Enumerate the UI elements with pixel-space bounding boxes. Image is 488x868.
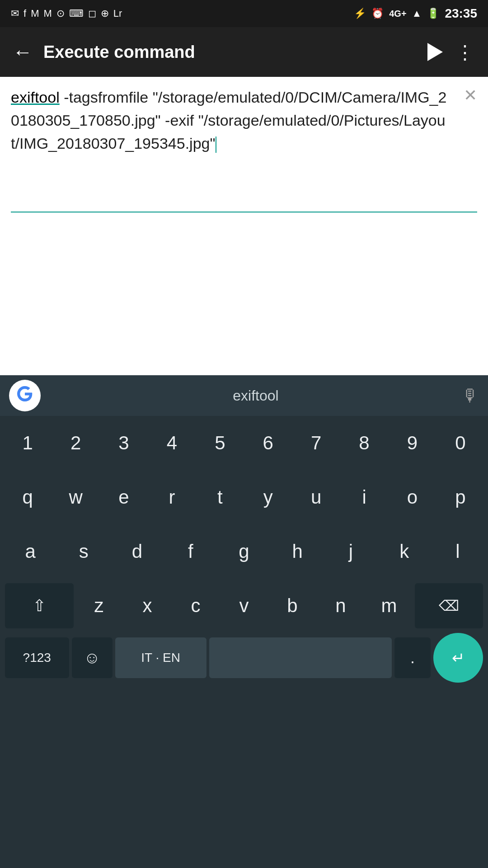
key-k[interactable]: k [379, 529, 430, 574]
key-r[interactable]: r [149, 475, 194, 520]
key-i[interactable]: i [342, 475, 387, 520]
command-area[interactable]: exiftool -tagsfromfile "/storage/emulate… [0, 77, 488, 330]
key-t[interactable]: t [197, 475, 243, 520]
command-input[interactable]: exiftool -tagsfromfile "/storage/emulate… [11, 86, 477, 212]
app-bar-actions: ⋮ [427, 41, 475, 63]
google-logo [9, 380, 41, 411]
key-g[interactable]: g [219, 529, 269, 574]
suggestion-bar: exiftool 🎙 [0, 375, 488, 416]
key-n[interactable]: n [318, 583, 364, 628]
key-v[interactable]: v [221, 583, 267, 628]
key-4[interactable]: 4 [149, 420, 194, 466]
key-j[interactable]: j [325, 529, 376, 574]
asdf-row: a s d f g h j k l [0, 524, 488, 579]
key-1[interactable]: 1 [5, 420, 50, 466]
app-bar: ← Execute command ⋮ [0, 27, 488, 77]
time-display: 23:35 [445, 6, 477, 21]
status-right: ⚡ ⏰ 4G+ ▲ 🔋 23:35 [354, 6, 477, 21]
key-8[interactable]: 8 [342, 420, 387, 466]
key-e[interactable]: e [101, 475, 146, 520]
maps2-icon: ⊕ [101, 8, 109, 19]
back-button[interactable]: ← [13, 41, 33, 63]
email-icon: ✉ [11, 8, 19, 19]
clock-icon: ⏰ [371, 8, 384, 19]
qwerty-row: q w e r t y u i o p [0, 470, 488, 524]
command-body: -tagsfromfile "/storage/emulated/0/DCIM/… [11, 89, 446, 152]
key-y[interactable]: y [245, 475, 291, 520]
key-a[interactable]: a [5, 529, 56, 574]
key-u[interactable]: u [293, 475, 338, 520]
key-m[interactable]: m [366, 583, 412, 628]
key-2[interactable]: 2 [53, 420, 98, 466]
key-f[interactable]: f [165, 529, 216, 574]
app-bar-title: Execute command [43, 42, 427, 62]
space-button[interactable] [209, 637, 392, 678]
maps-icon: ⊙ [56, 8, 65, 19]
key-l[interactable]: l [432, 529, 483, 574]
key-o[interactable]: o [389, 475, 435, 520]
key-d[interactable]: d [112, 529, 162, 574]
key-x[interactable]: x [125, 583, 170, 628]
google-g-icon [16, 385, 34, 407]
number-row: 1 2 3 4 5 6 7 8 9 0 [0, 416, 488, 470]
key-s[interactable]: s [58, 529, 109, 574]
signal-icon: 4G+ [389, 9, 406, 19]
command-text: exiftool -tagsfromfile "/storage/emulate… [11, 86, 450, 155]
language-button[interactable]: IT · EN [115, 637, 206, 678]
clear-button[interactable]: ✕ [464, 86, 477, 105]
zxcv-row: ⇧ z x c v b n m ⌫ [0, 579, 488, 633]
emoji-button[interactable]: ☺ [72, 637, 113, 678]
gmail-icon: M [31, 8, 39, 19]
text-cursor [216, 137, 216, 153]
symbols-button[interactable]: ?123 [5, 637, 69, 678]
mic-icon[interactable]: 🎙 [462, 386, 479, 406]
lightroom-icon: Lr [113, 8, 122, 19]
gmail2-icon: M [43, 8, 52, 19]
key-9[interactable]: 9 [389, 420, 435, 466]
keyboard-icon: ⌨ [69, 8, 84, 19]
bottom-row: ?123 ☺ IT · EN . ↵ [0, 633, 488, 683]
facebook-icon: f [23, 8, 26, 19]
shift-icon: ⇧ [33, 596, 46, 615]
enter-icon: ↵ [452, 649, 465, 667]
key-5[interactable]: 5 [197, 420, 243, 466]
key-c[interactable]: c [173, 583, 219, 628]
status-icons: ✉ f M M ⊙ ⌨ ◻ ⊕ Lr [11, 8, 122, 19]
key-p[interactable]: p [438, 475, 483, 520]
key-z[interactable]: z [76, 583, 122, 628]
key-0[interactable]: 0 [438, 420, 483, 466]
play-button[interactable] [427, 43, 443, 61]
instagram-icon: ◻ [88, 8, 96, 19]
command-keyword: exiftool [11, 89, 60, 106]
key-q[interactable]: q [5, 475, 50, 520]
key-w[interactable]: w [53, 475, 98, 520]
key-6[interactable]: 6 [245, 420, 291, 466]
key-7[interactable]: 7 [293, 420, 338, 466]
keyboard[interactable]: exiftool 🎙 1 2 3 4 5 6 7 8 9 0 q w e r t… [0, 375, 488, 868]
key-h[interactable]: h [272, 529, 323, 574]
suggestion-text[interactable]: exiftool [50, 387, 462, 404]
battery-icon: 🔋 [427, 8, 439, 19]
backspace-button[interactable]: ⌫ [415, 583, 483, 628]
enter-button[interactable]: ↵ [433, 633, 483, 683]
shift-button[interactable]: ⇧ [5, 583, 74, 628]
bluetooth-icon: ⚡ [354, 8, 366, 19]
backspace-icon: ⌫ [439, 597, 459, 614]
key-3[interactable]: 3 [101, 420, 146, 466]
signal-bars-icon: ▲ [412, 8, 422, 19]
period-button[interactable]: . [394, 637, 431, 678]
key-b[interactable]: b [270, 583, 315, 628]
more-options-button[interactable]: ⋮ [455, 41, 475, 63]
status-bar: ✉ f M M ⊙ ⌨ ◻ ⊕ Lr ⚡ ⏰ 4G+ ▲ 🔋 23:35 [0, 0, 488, 27]
